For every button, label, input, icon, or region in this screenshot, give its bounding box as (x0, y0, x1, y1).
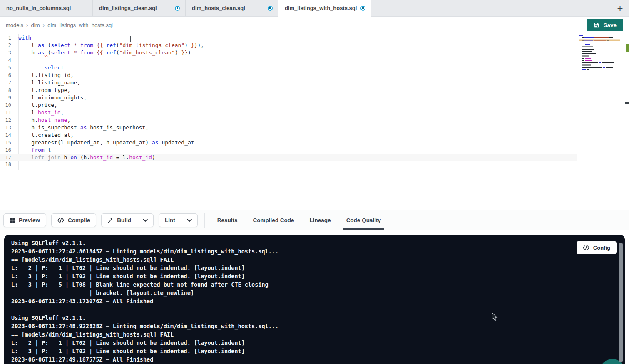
code-line[interactable]: 10 l.price, (0, 102, 577, 109)
code-text: h as (select * from {{ ref("dim_hosts_cl… (15, 49, 191, 57)
terminal-line: L: 3 | P: 1 | LT02 | Line should not be … (11, 347, 625, 355)
terminal-line (11, 305, 625, 314)
terminal-line: Using SQLFluff v2.1.1. (11, 239, 625, 247)
line-number: 18 (0, 161, 15, 168)
breadcrumb: models›dim›dim_listings_with_hosts.sql (6, 22, 113, 28)
code-text: with (15, 34, 31, 42)
code-line[interactable]: 5 select (0, 64, 577, 72)
unsaved-changes-dot-icon (175, 6, 180, 11)
line-number: 9 (0, 94, 15, 102)
tab-lineage[interactable]: Lineage (309, 210, 332, 230)
tab-results[interactable]: Results (216, 210, 239, 230)
code-line[interactable]: 2 l as (select * from {{ ref("dim_listin… (0, 42, 577, 49)
code-line[interactable]: 8 l.room_type, (0, 87, 577, 94)
result-tabs: ResultsCompiled CodeLineageCode Quality (216, 210, 382, 230)
code-icon (57, 218, 64, 223)
line-number: 12 (0, 116, 15, 124)
tab-label: dim_listings_with_hosts.sql (285, 5, 357, 11)
code-editor[interactable]: 1with2 l as (select * from {{ ref("dim_l… (0, 33, 629, 210)
config-button[interactable]: Config (577, 241, 617, 254)
code-line[interactable]: 4 (0, 57, 577, 64)
code-line[interactable]: 11 l.host_id, (0, 109, 577, 116)
breadcrumb-item[interactable]: dim_listings_with_hosts.sql (47, 22, 113, 28)
minimap[interactable] (579, 35, 620, 82)
code-text: l.listing_name, (15, 79, 80, 87)
code-text: h.is_superhost as host_is_superhost, (15, 124, 149, 131)
code-line[interactable]: 9 l.minimum_nights, (0, 94, 577, 102)
terminal-line: 2023-06-06T11:27:43.173076Z — All Finish… (11, 297, 625, 305)
code-line[interactable]: 3 h as (select * from {{ ref("dim_hosts_… (0, 49, 577, 57)
editor-tab[interactable]: dim_listings_with_hosts.sql (278, 0, 371, 16)
new-tab-button[interactable]: + (611, 0, 629, 16)
terminal-line: Using SQLFluff v2.1.1. (11, 314, 625, 322)
line-number: 11 (0, 109, 15, 116)
code-line[interactable]: 6 l.listing_id, (0, 72, 577, 79)
lint-button[interactable]: Lint (159, 213, 198, 227)
save-label: Save (603, 22, 617, 28)
code-text: left join h on (h.host_id = l.host_id) (15, 154, 155, 161)
code-text: l as (select * from {{ ref("dim_listings… (15, 42, 204, 49)
tab-compiled-code[interactable]: Compiled Code (252, 210, 295, 230)
editor-tab[interactable]: dim_listings_clean.sql (93, 0, 186, 16)
line-number: 16 (0, 146, 15, 154)
code-text: greatest(l.updated_at, h.updated_at) as … (15, 139, 194, 146)
code-text: l.listing_id, (15, 72, 74, 79)
code-line[interactable]: 17 left join h on (h.host_id = l.host_id… (0, 154, 577, 161)
terminal-line: L: 2 | P: 1 | LT02 | Line should not be … (11, 339, 625, 347)
save-button[interactable]: Save (587, 19, 623, 31)
line-number: 7 (0, 79, 15, 87)
terminal-line: L: 3 | P: 1 | LT02 | Line should not be … (11, 272, 625, 280)
breadcrumb-separator: › (26, 22, 28, 28)
tab-label: dim_hosts_clean.sql (192, 5, 245, 11)
code-line[interactable]: 14 l.created_at, (0, 131, 577, 139)
line-number: 13 (0, 124, 15, 131)
build-button[interactable]: Build (101, 213, 154, 227)
editor-tab[interactable]: dim_hosts_clean.sql (186, 0, 278, 16)
line-number: 14 (0, 131, 15, 139)
unsaved-changes-dot-icon (268, 6, 273, 11)
code-line[interactable]: 7 l.listing_name, (0, 79, 577, 87)
terminal-panel: Using SQLFluff v2.1.1.2023-06-06T11:27:4… (4, 235, 625, 364)
tab-label: dim_listings_clean.sql (99, 5, 157, 11)
compile-button[interactable]: Compile (51, 213, 96, 227)
terminal-scrollbar[interactable] (619, 243, 623, 362)
preview-button[interactable]: Preview (3, 213, 46, 227)
line-number: 10 (0, 102, 15, 109)
terminal-line: 2023-06-06T11:27:49.187575Z — All Finish… (11, 355, 625, 364)
code-line[interactable]: 18 (0, 161, 577, 168)
overview-ruler-marker (626, 44, 629, 52)
terminal-line: 2023-06-06T11:27:42.861845Z — Linting mo… (11, 247, 625, 255)
code-lines: 1with2 l as (select * from {{ ref("dim_l… (0, 33, 577, 168)
overview-ruler-marker (625, 102, 629, 104)
button-label: Compile (68, 217, 90, 223)
line-number: 6 (0, 72, 15, 79)
editor-toolbar: PreviewCompileBuildLint ResultsCompiled … (0, 210, 629, 230)
unsaved-changes-dot-icon (360, 6, 365, 11)
breadcrumb-item[interactable]: dim (31, 22, 40, 28)
plus-icon: + (617, 2, 623, 14)
editor-tab[interactable]: no_nulls_in_columns.sql (0, 0, 93, 16)
chevron-down-icon[interactable] (181, 214, 197, 227)
chevron-down-icon[interactable] (137, 214, 153, 227)
line-number: 2 (0, 42, 15, 49)
terminal-line: == [models/dim/dim_listings_with_hosts.s… (11, 330, 625, 339)
code-line[interactable]: 16 from l (0, 146, 577, 154)
code-text: l.minimum_nights, (15, 94, 87, 102)
code-line[interactable]: 13 h.is_superhost as host_is_superhost, (0, 124, 577, 131)
terminal-output: Using SQLFluff v2.1.1.2023-06-06T11:27:4… (11, 239, 625, 364)
code-text (15, 57, 18, 64)
breadcrumb-item[interactable]: models (6, 22, 23, 28)
line-number: 1 (0, 34, 15, 42)
code-text: l.price, (15, 102, 57, 109)
code-line[interactable]: 15 greatest(l.updated_at, h.updated_at) … (0, 139, 577, 146)
code-icon (583, 245, 589, 250)
tab-code-quality[interactable]: Code Quality (346, 210, 382, 230)
code-text: h.host_name, (15, 116, 70, 124)
tab-label: no_nulls_in_columns.sql (6, 5, 71, 11)
code-line[interactable]: 1with (0, 34, 577, 42)
terminal-line: 2023-06-06T11:27:48.922828Z — Linting mo… (11, 322, 625, 330)
terminal-line: L: 3 | P: 5 | LT08 | Blank line expected… (11, 280, 625, 289)
button-label: Build (117, 217, 131, 223)
code-line[interactable]: 12 h.host_name, (0, 116, 577, 124)
button-label: Preview (19, 217, 40, 223)
